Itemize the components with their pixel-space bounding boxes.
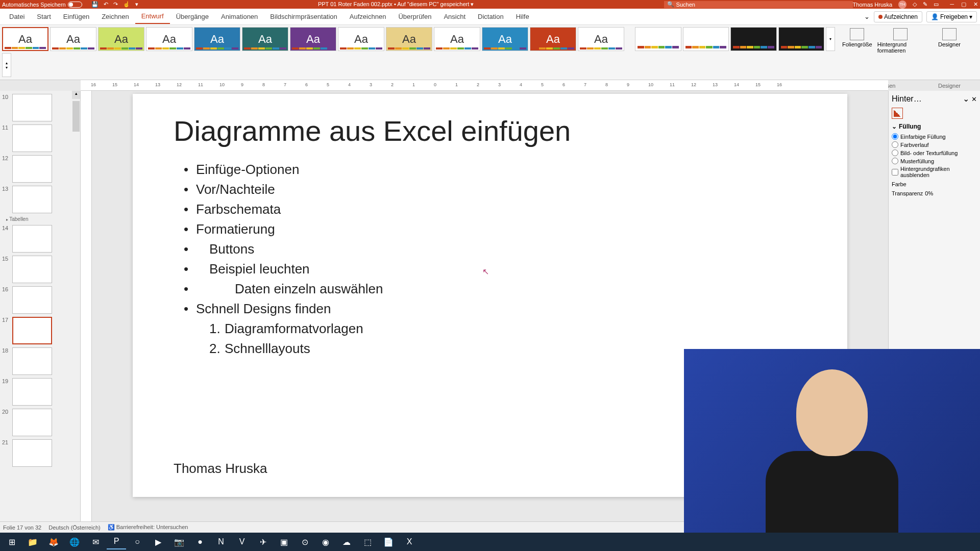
close-icon[interactable]: ✕ [973, 1, 978, 8]
obs-icon[interactable]: ⊙ [295, 534, 314, 549]
window-mode-icon[interactable]: ▭ [934, 1, 939, 8]
powerpoint-icon[interactable]: P [107, 534, 126, 549]
tab-start[interactable]: Start [31, 10, 57, 23]
tab-dictation[interactable]: Dictation [472, 10, 510, 23]
slide-thumbnail[interactable] [12, 256, 52, 283]
redo-icon[interactable]: ↷ [113, 1, 118, 8]
diamond-icon[interactable]: ◇ [913, 1, 917, 8]
app-icon[interactable]: ▣ [274, 534, 293, 549]
section-header[interactable]: Tabellen [6, 216, 70, 222]
bullet-item[interactable]: Farbschemata [184, 199, 806, 219]
telegram-icon[interactable]: ✈ [253, 534, 273, 549]
chrome-icon[interactable]: 🌐 [65, 534, 84, 549]
theme-thumbnail[interactable]: Aa [434, 27, 480, 51]
language-indicator[interactable]: Deutsch (Österreich) [48, 524, 100, 531]
theme-thumbnail[interactable]: Aa [98, 27, 144, 51]
collapse-ribbon-icon[interactable]: ⌄ [864, 13, 870, 20]
maximize-icon[interactable]: ▢ [961, 1, 966, 8]
bullet-item[interactable]: Buttons [184, 239, 806, 259]
pane-options-icon[interactable]: ⌄ [963, 94, 969, 103]
minimize-icon[interactable]: ─ [950, 1, 954, 8]
tab-hilfe[interactable]: Hilfe [510, 10, 535, 23]
bullet-item[interactable]: Beispiel leuchten [184, 259, 806, 279]
slide-thumbnail[interactable] [12, 317, 52, 344]
tab-animationen[interactable]: Animationen [215, 10, 264, 23]
format-background-button[interactable]: Hintergrund formatieren [876, 27, 925, 55]
variant-thumbnail[interactable] [778, 27, 825, 51]
onenote-icon[interactable]: N [211, 534, 231, 549]
tab-bildschirmpräsentation[interactable]: Bildschirmpräsentation [264, 10, 344, 23]
excel-icon[interactable]: X [400, 534, 419, 549]
gradient-fill-radio[interactable]: Farbverlauf [892, 141, 977, 148]
numbered-item[interactable]: Diagramformatvorlagen [209, 319, 806, 339]
tab-zeichnen[interactable]: Zeichnen [95, 10, 135, 23]
slide-thumbnails-panel[interactable]: 10111213Tabellen1415161718192021 ▴ ▾ [0, 91, 81, 530]
slide-counter[interactable]: Folie 17 von 32 [3, 524, 41, 531]
slide-footer[interactable]: Thomas Hruska [174, 461, 267, 477]
vlc-icon[interactable]: ▶ [149, 534, 168, 549]
slide-thumbnail[interactable] [12, 124, 52, 152]
app-icon[interactable]: ○ [128, 534, 147, 549]
theme-thumbnail[interactable]: Aa [242, 27, 288, 51]
record-button[interactable]: Aufzeichnen [874, 11, 922, 22]
solid-fill-radio[interactable]: Einfarbige Füllung [892, 133, 977, 140]
slide-thumbnail[interactable] [12, 347, 52, 375]
share-button[interactable]: 👤Freigeben▾ [926, 11, 977, 22]
theme-thumbnail[interactable]: Aa [386, 27, 432, 51]
scroll-up-icon[interactable]: ▴ [72, 91, 80, 99]
fill-section-header[interactable]: ⌄Füllung [892, 123, 977, 130]
firefox-icon[interactable]: 🦊 [44, 534, 63, 549]
variants-more-button[interactable]: ▾ [826, 27, 835, 51]
bullet-item[interactable]: Daten einzeln auswählen [184, 279, 806, 299]
bullet-item[interactable]: Vor/Nachteile [184, 180, 806, 199]
pen-icon[interactable]: ✎ [923, 1, 927, 8]
slide-thumbnail[interactable] [12, 155, 52, 183]
variant-thumbnail[interactable] [730, 27, 777, 51]
theme-thumbnail[interactable]: Aa [194, 27, 240, 51]
undo-icon[interactable]: ↶ [104, 1, 108, 8]
bullet-item[interactable]: Schnell Designs finden [184, 299, 806, 319]
user-name[interactable]: Thomas Hruska [853, 2, 893, 8]
designer-button[interactable]: Designer [933, 27, 966, 48]
slide-thumbnail[interactable] [12, 409, 52, 436]
variant-thumbnail[interactable] [635, 27, 681, 51]
theme-thumbnail[interactable]: Aa [146, 27, 192, 51]
toggle-off-icon[interactable] [68, 2, 82, 8]
autosave-toggle[interactable]: Automatisches Speichern [2, 2, 82, 8]
slide-thumbnail[interactable] [12, 286, 52, 314]
theme-thumbnail[interactable]: Aa [338, 27, 384, 51]
slide-thumbnail[interactable] [12, 439, 52, 467]
theme-thumbnail[interactable]: Aa [2, 27, 48, 51]
start-button[interactable]: ⊞ [2, 534, 21, 549]
app-icon[interactable]: ● [190, 534, 210, 549]
chevron-down-icon[interactable]: ▾ [471, 1, 474, 7]
tab-einfügen[interactable]: Einfügen [57, 10, 95, 23]
fill-bucket-icon[interactable] [892, 108, 903, 119]
slide-title[interactable]: Diagramme aus Excel einfügen [174, 114, 806, 147]
pane-close-icon[interactable]: ✕ [971, 95, 977, 103]
slide-thumbnail[interactable] [12, 225, 52, 253]
tab-übergänge[interactable]: Übergänge [170, 10, 215, 23]
save-icon[interactable]: 💾 [91, 1, 99, 8]
thumbnails-scrollbar[interactable]: ▴ ▾ [72, 91, 80, 530]
accessibility-check[interactable]: ♿ Barrierefreiheit: Untersuchen [108, 524, 188, 531]
theme-thumbnail[interactable]: Aa [578, 27, 624, 51]
slide-thumbnail[interactable] [12, 186, 52, 213]
transparency-value[interactable]: 0% [925, 190, 933, 196]
theme-thumbnail[interactable]: Aa [290, 27, 336, 51]
app-icon[interactable]: ⬚ [358, 534, 377, 549]
slide-size-button[interactable]: Foliengröße [841, 27, 873, 48]
themes-more-button[interactable]: ▴▾ [2, 53, 11, 77]
search-box[interactable]: 🔍 [664, 1, 853, 8]
hide-bg-checkbox[interactable]: Hintergrundgrafiken ausblenden [892, 166, 977, 178]
theme-thumbnail[interactable]: Aa [50, 27, 96, 51]
scroll-handle[interactable] [72, 101, 80, 132]
slide-body[interactable]: Einfüge-OptionenVor/NachteileFarbschemat… [174, 160, 806, 359]
visio-icon[interactable]: V [232, 534, 252, 549]
tab-überprüfen[interactable]: Überprüfen [392, 10, 437, 23]
app-icon[interactable]: ◉ [316, 534, 335, 549]
pattern-fill-radio[interactable]: Musterfüllung [892, 158, 977, 164]
theme-thumbnail[interactable]: Aa [482, 27, 528, 51]
slide-thumbnail[interactable] [12, 94, 52, 121]
slide-thumbnail[interactable] [12, 378, 52, 406]
